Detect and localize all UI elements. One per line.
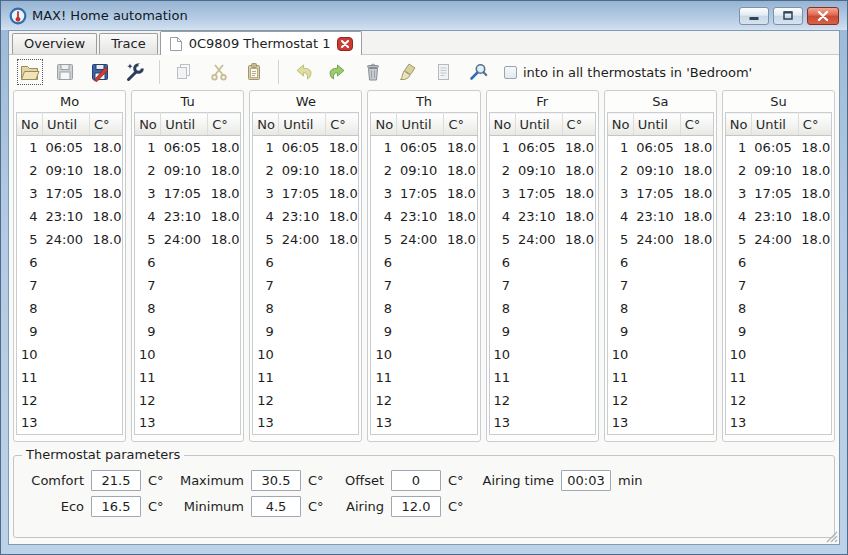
cell-temp[interactable] — [444, 251, 477, 274]
cell-no[interactable]: 4 — [607, 205, 633, 228]
schedule-row[interactable]: 106:0518.0 — [725, 136, 831, 159]
cell-temp[interactable]: 18.0 — [562, 136, 595, 159]
schedule-row[interactable]: 10 — [135, 343, 241, 366]
column-header-temp[interactable]: C° — [562, 113, 595, 136]
schedule-row[interactable]: 8 — [607, 297, 713, 320]
cell-temp[interactable]: 18.0 — [680, 136, 713, 159]
cell-until[interactable] — [161, 389, 208, 412]
schedule-row[interactable]: 524:0018.0 — [489, 228, 595, 251]
schedule-row[interactable]: 209:1018.0 — [253, 159, 359, 182]
schedule-row[interactable]: 9 — [371, 320, 477, 343]
cell-no[interactable]: 11 — [725, 366, 751, 389]
schedule-row[interactable]: 423:1018.0 — [135, 205, 241, 228]
schedule-row[interactable]: 317:0518.0 — [371, 182, 477, 205]
cell-no[interactable]: 5 — [17, 228, 43, 251]
cell-no[interactable]: 9 — [725, 320, 751, 343]
cell-no[interactable]: 9 — [371, 320, 397, 343]
cell-temp[interactable]: 18.0 — [562, 205, 595, 228]
schedule-row[interactable]: 11 — [607, 366, 713, 389]
schedule-row[interactable]: 8 — [489, 297, 595, 320]
open-button[interactable] — [18, 60, 42, 84]
cell-until[interactable] — [43, 412, 90, 435]
cell-until[interactable] — [397, 274, 444, 297]
schedule-table[interactable]: No Until C° 106:0518.0209:1018.0317:0518… — [252, 112, 359, 435]
cell-temp[interactable] — [798, 366, 831, 389]
cell-until[interactable] — [43, 274, 90, 297]
cell-until[interactable]: 17:05 — [751, 182, 798, 205]
minimum-field[interactable] — [251, 496, 301, 517]
cell-no[interactable]: 13 — [135, 412, 161, 435]
paste-button[interactable] — [242, 60, 266, 84]
cell-no[interactable]: 7 — [607, 274, 633, 297]
cell-no[interactable]: 3 — [135, 182, 161, 205]
schedule-row[interactable]: 11 — [489, 366, 595, 389]
schedule-row[interactable]: 423:1018.0 — [489, 205, 595, 228]
schedule-row[interactable]: 13 — [135, 412, 241, 435]
cell-no[interactable]: 12 — [489, 389, 515, 412]
cell-temp[interactable]: 18.0 — [208, 228, 241, 251]
schedule-row[interactable]: 9 — [253, 320, 359, 343]
cell-no[interactable]: 11 — [17, 366, 43, 389]
cell-until[interactable]: 09:10 — [43, 159, 90, 182]
cell-no[interactable]: 7 — [135, 274, 161, 297]
cell-no[interactable]: 13 — [371, 412, 397, 435]
schedule-row[interactable]: 423:1018.0 — [253, 205, 359, 228]
cell-until[interactable]: 24:00 — [633, 228, 680, 251]
cell-no[interactable]: 8 — [253, 297, 279, 320]
cell-no[interactable]: 12 — [725, 389, 751, 412]
cell-until[interactable]: 09:10 — [633, 159, 680, 182]
cell-no[interactable]: 9 — [253, 320, 279, 343]
cell-no[interactable]: 7 — [371, 274, 397, 297]
cell-no[interactable]: 9 — [489, 320, 515, 343]
cell-no[interactable]: 2 — [253, 159, 279, 182]
cell-temp[interactable] — [90, 251, 123, 274]
cell-no[interactable]: 3 — [17, 182, 43, 205]
cell-no[interactable]: 8 — [607, 297, 633, 320]
schedule-row[interactable]: 209:1018.0 — [17, 159, 123, 182]
schedule-table[interactable]: No Until C° 106:0518.0209:1018.0317:0518… — [607, 112, 714, 435]
configure-button[interactable] — [123, 60, 147, 84]
schedule-row[interactable]: 12 — [607, 389, 713, 412]
cell-temp[interactable] — [444, 412, 477, 435]
cell-until[interactable] — [751, 366, 798, 389]
cell-no[interactable]: 4 — [725, 205, 751, 228]
cell-until[interactable]: 24:00 — [43, 228, 90, 251]
cell-temp[interactable] — [680, 412, 713, 435]
column-header-no[interactable]: No — [725, 113, 751, 136]
cell-temp[interactable] — [562, 343, 595, 366]
cell-no[interactable]: 10 — [725, 343, 751, 366]
cell-until[interactable]: 17:05 — [633, 182, 680, 205]
schedule-row[interactable]: 10 — [17, 343, 123, 366]
schedule-row[interactable]: 524:0018.0 — [135, 228, 241, 251]
schedule-row[interactable]: 209:1018.0 — [725, 159, 831, 182]
cell-temp[interactable] — [90, 389, 123, 412]
cell-temp[interactable]: 18.0 — [680, 228, 713, 251]
schedule-row[interactable]: 524:0018.0 — [17, 228, 123, 251]
cell-temp[interactable]: 18.0 — [562, 159, 595, 182]
cell-temp[interactable]: 18.0 — [208, 182, 241, 205]
cell-temp[interactable] — [444, 274, 477, 297]
schedule-row[interactable]: 209:1018.0 — [607, 159, 713, 182]
offset-field[interactable] — [391, 470, 441, 491]
cell-until[interactable]: 09:10 — [161, 159, 208, 182]
cell-no[interactable]: 8 — [489, 297, 515, 320]
schedule-row[interactable]: 6 — [725, 251, 831, 274]
cell-temp[interactable] — [798, 343, 831, 366]
column-header-no[interactable]: No — [17, 113, 43, 136]
schedule-table[interactable]: No Until C° 106:0518.0209:1018.0317:0518… — [134, 112, 241, 435]
cell-no[interactable]: 13 — [607, 412, 633, 435]
cell-until[interactable]: 24:00 — [751, 228, 798, 251]
cell-until[interactable] — [633, 389, 680, 412]
cell-temp[interactable]: 18.0 — [326, 182, 359, 205]
schedule-row[interactable]: 423:1018.0 — [725, 205, 831, 228]
schedule-table[interactable]: No Until C° 106:0518.0209:1018.0317:0518… — [370, 112, 477, 435]
cell-until[interactable] — [397, 389, 444, 412]
redo-button[interactable] — [326, 60, 350, 84]
column-header-until[interactable]: Until — [515, 113, 562, 136]
schedule-row[interactable]: 10 — [607, 343, 713, 366]
cell-temp[interactable] — [208, 251, 241, 274]
schedule-row[interactable]: 106:0518.0 — [607, 136, 713, 159]
eco-field[interactable] — [91, 496, 141, 517]
schedule-row[interactable]: 106:0518.0 — [253, 136, 359, 159]
cell-no[interactable]: 1 — [489, 136, 515, 159]
